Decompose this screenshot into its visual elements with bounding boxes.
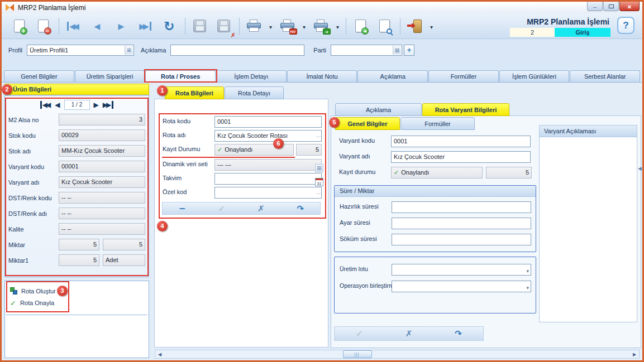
tab-varyant-aciklama[interactable]: Açıklama [335,103,422,116]
stok-adi-field[interactable]: MM-Kız Çocuk Scooter [59,145,145,157]
rota-adi-input[interactable]: Kız Çocuk Scooter Rotası [214,130,322,142]
uretim-lotu-select[interactable]: ▾ [392,264,531,276]
first-record-button[interactable]: ◀◀ [64,16,83,37]
pager-previous-icon[interactable]: ◀ [55,101,60,109]
scrollbar-thumb[interactable] [343,350,372,358]
parti-add-button[interactable]: + [404,45,414,56]
tab-genel-bilgiler[interactable]: Genel Bilgiler [4,70,74,82]
subtab-genel-bilgiler[interactable]: Genel Bilgiler [335,117,400,130]
exit-dropdown-caret[interactable] [430,21,433,31]
confirm-icon[interactable] [356,329,363,339]
maximize-button[interactable] [603,2,619,11]
m2-alsa-no-field[interactable]: 3 [59,114,145,126]
rota-action-panel: Rota Oluştur Rota Onayla [4,281,149,358]
print-pdf-button[interactable]: PDF [278,16,297,37]
varyant-kayit-durumu-field[interactable]: Onaylandı [391,167,483,178]
print-export-dropdown-caret[interactable] [336,21,339,31]
import-button[interactable] [351,16,370,37]
stok-kodu-field[interactable]: 00029 [59,129,145,141]
calendar-icon[interactable] [315,178,323,186]
horizontal-scrollbar[interactable]: ◀ ▶ [155,350,640,359]
rota-kodu-input[interactable]: 0001 [214,116,322,128]
print-export-button[interactable]: ➔ [311,16,330,37]
refresh-button[interactable] [160,16,179,37]
redo-icon[interactable] [455,329,462,339]
varyant-kayit-durumu-number-field[interactable]: 5 [486,167,532,178]
varyant-aciklamasi-textarea[interactable] [539,137,637,322]
kayit-durumu-field[interactable]: Onaylandı [214,144,294,156]
tab-imalat-notu[interactable]: İmalat Notu [287,70,357,82]
chevron-down-icon[interactable]: ▾ [526,283,529,292]
tab-rota-proses[interactable]: Rota / Proses [145,70,216,82]
close-button[interactable] [619,2,640,11]
ayar-suresi-input[interactable] [392,218,531,229]
print-pdf-dropdown-caret[interactable] [303,21,306,31]
dinamik-veri-seti-field[interactable]: --- --- [214,159,322,171]
help-button[interactable]: ? [617,17,635,34]
ellipsis-icon[interactable]: … [316,189,322,195]
profil-input[interactable]: Üretim Profili1⊞ [27,45,134,56]
varyant-kodu-input[interactable]: 0001 [391,136,531,147]
operasyon-birlestirme-select[interactable]: ▾ [392,281,531,292]
pager-last-icon[interactable]: ▶▶ [103,101,113,109]
grid-icon[interactable]: ⊞ [315,164,323,172]
tab-uretim-siparisleri[interactable]: Üretim Siparişleri [75,70,145,82]
kayit-durumu-number-field[interactable]: 5 [296,144,322,156]
last-record-button[interactable]: ▶▶ [136,16,155,37]
miktar-field[interactable]: 5 [59,239,99,250]
scroll-left-icon[interactable]: ◀ [155,350,164,358]
pager-first-icon[interactable]: ◀◀ [40,101,51,109]
rota-olustur-link[interactable]: Rota Oluştur [5,285,149,297]
tab-rota-detayi[interactable]: Rota Detayı [225,86,284,99]
tab-serbest-alanlar[interactable]: Serbest Alanlar [570,70,640,82]
rota-onayla-link[interactable]: Rota Onayla [5,297,149,308]
field-row: Özel kod … [155,187,328,199]
confirm-icon[interactable] [218,204,225,214]
remove-icon[interactable] [179,204,186,214]
hazirlik-suresi-input[interactable] [392,201,531,213]
pager-next-icon[interactable]: ▶ [94,101,99,109]
previous-record-button[interactable]: ◀ [88,16,107,37]
miktar1-field[interactable]: 5 [59,254,99,266]
minimize-button[interactable] [587,2,603,11]
parti-lookup-icon[interactable]: ▨ [393,46,401,55]
tab-formuller[interactable]: Formüller [428,70,499,82]
ellipsis-icon[interactable]: … [316,132,322,138]
scrollbar-track[interactable] [164,350,630,358]
new-record-button[interactable] [9,16,28,37]
tab-islem-detayi[interactable]: İşlem Detayı [216,70,287,82]
dst-renk-adi-field[interactable]: -- -- [59,207,145,219]
ozel-kod-input[interactable] [214,187,322,199]
parti-input[interactable]: ▨ [331,45,402,56]
exit-button[interactable] [405,16,424,37]
varyant-adi-field[interactable]: Kız Çocuk Scooter [59,176,145,188]
subtab-formuller[interactable]: Formüller [400,117,475,130]
next-record-button[interactable]: ▶ [112,16,131,37]
splitter-collapse-icon[interactable] [638,166,642,171]
save-cancel-button[interactable] [214,16,233,37]
print-button[interactable] [244,16,263,37]
kalite-field[interactable]: -- -- [59,223,145,235]
scroll-right-icon[interactable]: ▶ [630,350,639,358]
varyant-kodu-field[interactable]: 00001 [59,161,145,172]
tab-islem-gunlukleri[interactable]: İşlem Günlükleri [499,70,570,82]
cancel-icon[interactable] [257,204,265,214]
varyant-adi-input[interactable]: Kız Çocuk Scooter [391,151,531,163]
chevron-down-icon[interactable]: ▾ [526,266,529,276]
sokum-suresi-input[interactable] [392,234,531,245]
tab-rota-varyant-bilgileri[interactable]: Rota Varyant Bilgileri [422,103,509,116]
cancel-icon[interactable] [406,329,413,339]
miktar-2-field[interactable]: 5 [103,239,145,250]
print-dropdown-caret[interactable] [269,21,272,31]
profil-lookup-icon[interactable]: ⊞ [125,46,133,55]
tab-rota-bilgileri[interactable]: Rota Bilgileri [165,86,224,99]
save-button[interactable] [190,16,209,37]
tab-aciklama[interactable]: Açıklama [357,70,428,82]
aciklama-input[interactable] [170,45,304,56]
takvim-input[interactable] [214,173,322,185]
delete-record-button[interactable] [34,16,53,37]
redo-icon[interactable] [297,204,304,214]
preview-button[interactable] [375,16,394,37]
miktar1-birim-field[interactable]: Adet [103,254,145,266]
dst-renk-kodu-field[interactable]: -- -- [59,192,145,204]
